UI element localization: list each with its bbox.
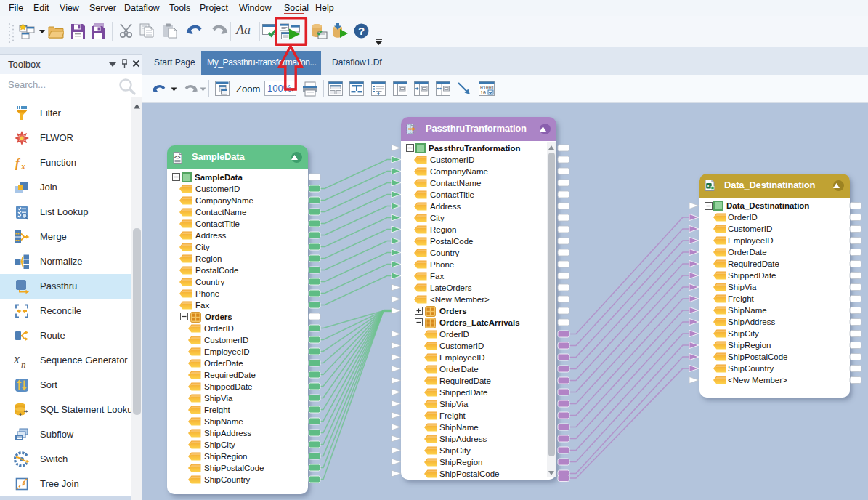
svg-text:<>: <> [174, 155, 180, 161]
svg-text:x: x [20, 161, 25, 171]
svg-text:10: 10 [480, 91, 486, 96]
svg-text:f: f [15, 156, 21, 170]
svg-text:x: x [14, 352, 20, 366]
svg-text:n: n [21, 359, 26, 368]
svg-text:x: x [707, 183, 710, 188]
svg-text:?: ? [358, 25, 365, 37]
